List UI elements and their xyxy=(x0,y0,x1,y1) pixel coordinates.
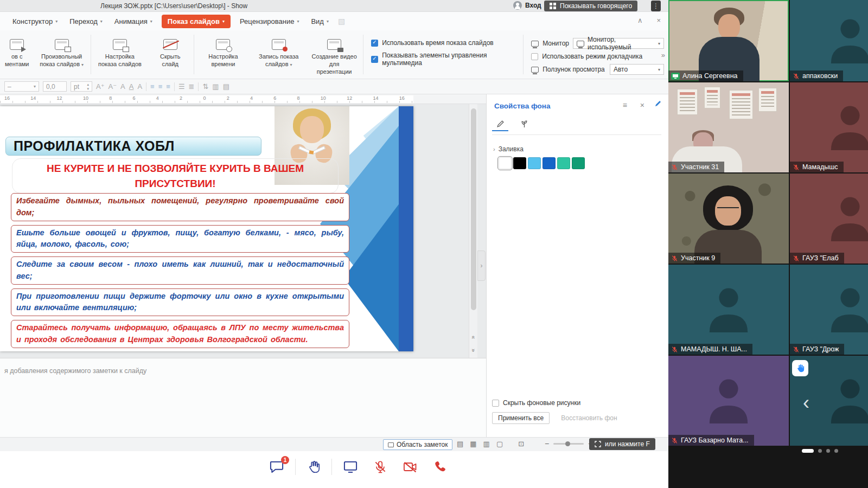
zoom-knob[interactable] xyxy=(565,441,570,446)
monitor-icon xyxy=(531,41,539,47)
slideshow-view-icon[interactable]: ⊡ xyxy=(518,440,524,448)
align-center-icon[interactable]: ≡ xyxy=(158,82,163,91)
notes-area[interactable]: я добавления содержимого заметки к слайд… xyxy=(0,358,486,437)
participant-avatar[interactable] xyxy=(790,356,868,446)
text-direction-icon[interactable]: ▤ xyxy=(223,82,229,91)
custom-slideshow-button[interactable]: Произвольный показ слайдов ▾ xyxy=(34,30,90,79)
record-slideshow-button[interactable]: Запись показа слайдов ▾ xyxy=(251,30,307,79)
vertical-scrollbar[interactable]: « » xyxy=(469,104,477,358)
hide-slide-button[interactable]: Скрыть слайд xyxy=(148,30,193,79)
previous-slide-button[interactable]: « xyxy=(469,332,478,343)
panel-menu-icon[interactable]: ≡ xyxy=(623,101,627,110)
setup-slideshow-button[interactable]: Настройка показа слайдов xyxy=(92,30,148,79)
outline-view-icon[interactable]: ▢ xyxy=(496,440,503,448)
page-dot-active[interactable] xyxy=(802,449,814,453)
monitor-select[interactable]: Монитор, используемый▾ xyxy=(573,38,664,49)
leave-call-button[interactable] xyxy=(433,460,447,474)
slideshow-from-button[interactable]: ов с ментами xyxy=(0,30,34,79)
collapse-ribbon-icon[interactable]: ∧ xyxy=(637,16,643,24)
participant-avatar[interactable]: ГАУЗ "Елаб xyxy=(790,174,868,264)
grow-font-icon[interactable]: A⁺ xyxy=(96,82,105,91)
page-dot[interactable] xyxy=(834,449,838,453)
tab-view[interactable]: Вид▾ xyxy=(305,15,335,28)
account-avatar-icon[interactable] xyxy=(513,1,522,10)
page-dot[interactable] xyxy=(818,449,822,453)
fill-section-header[interactable]: ›Заливка xyxy=(493,145,524,153)
align-right-icon[interactable]: ≡ xyxy=(166,82,170,91)
fill-swatch[interactable] xyxy=(499,157,512,169)
preview-mode-select[interactable]: Авто▾ xyxy=(610,64,664,75)
participant-avatar[interactable]: ГАУЗ "Дрож xyxy=(790,265,868,355)
slide[interactable]: ПРОФИЛАКТИКА ХОБЛ НЕ КУРИТЕ И НЕ ПОЗВОЛЯ… xyxy=(0,106,413,351)
fill-swatch[interactable] xyxy=(513,157,526,169)
microphone-muted-button[interactable] xyxy=(373,460,387,474)
participant-avatar[interactable]: ГАУЗ Базарно Мата... xyxy=(668,356,789,446)
participant-video[interactable]: Алина Сергеевна xyxy=(668,0,789,81)
workspace: 1614121086420246810121416 ПРОФИЛАКТИКА Х… xyxy=(0,94,668,437)
columns-icon[interactable]: ▥ xyxy=(212,82,219,91)
tab-slideshow[interactable]: Показ слайдов▾ xyxy=(162,15,231,28)
login-button[interactable]: Вход xyxy=(525,2,541,9)
close-document-icon[interactable]: × xyxy=(656,16,661,24)
raise-hand-button[interactable] xyxy=(307,460,321,474)
panel-close-icon[interactable]: × xyxy=(640,101,644,110)
slide-sorter-icon[interactable]: ▦ xyxy=(470,440,476,448)
font-unit-stepper[interactable]: pt▴▾ xyxy=(71,81,92,92)
clear-format-icon[interactable]: A xyxy=(120,82,125,91)
restore-background-button[interactable]: Восстановить фон xyxy=(555,412,623,424)
tab-design[interactable]: Конструктор▾ xyxy=(7,15,63,28)
notes-area-button[interactable]: Область заметок xyxy=(383,439,452,450)
rehearse-timings-button[interactable]: Настройка времени xyxy=(195,30,251,79)
shrink-font-icon[interactable]: A⁻ xyxy=(108,82,117,91)
panel-edit-icon[interactable] xyxy=(654,100,662,110)
apply-all-button[interactable]: Применить все xyxy=(492,412,550,424)
camera-off-button[interactable] xyxy=(403,460,418,474)
font-color-icon[interactable]: A xyxy=(129,82,134,91)
use-timings-checkbox[interactable]: Использовать время показа слайдов xyxy=(371,39,515,47)
bullet-list-icon[interactable]: ☰ xyxy=(178,82,185,91)
fill-swatch[interactable] xyxy=(542,157,556,169)
reading-view-icon[interactable]: ▥ xyxy=(483,440,490,448)
participant-video[interactable]: Участник 9 xyxy=(668,174,789,264)
previous-page-chevron[interactable]: ‹ xyxy=(803,391,809,414)
participant-video[interactable]: Участник 31 xyxy=(668,82,789,172)
tab-fill[interactable] xyxy=(492,117,508,131)
slide-text-box: При приготовлении пищи держите форточку … xyxy=(11,288,349,317)
fill-swatch[interactable] xyxy=(557,157,570,169)
font-size-input[interactable]: 0,0 xyxy=(43,81,67,92)
zoom-out-icon[interactable]: − xyxy=(545,439,549,448)
line-spacing-icon[interactable]: ⇅ xyxy=(202,82,208,91)
highlight-color-icon[interactable]: A xyxy=(137,82,142,91)
create-video-button[interactable]: Создание видео для презентации xyxy=(307,30,362,79)
tab-transitions[interactable]: Переход▾ xyxy=(63,15,108,28)
participant-avatar[interactable]: аппаковски xyxy=(790,0,868,81)
align-left-icon[interactable]: ≡ xyxy=(150,82,155,91)
tab-review[interactable]: Рецензирование▾ xyxy=(234,15,305,28)
zoom-slider[interactable] xyxy=(553,443,584,445)
page-dot[interactable] xyxy=(826,449,830,453)
rehearse-timings-icon xyxy=(216,39,230,50)
show-media-controls-checkbox[interactable]: Показывать элементы управления мультимед… xyxy=(371,52,515,67)
font-name-select[interactable]: –▾ xyxy=(4,81,39,92)
speaker-view-toolbar[interactable]: Показывать говорящего xyxy=(544,1,637,11)
next-slide-button[interactable]: » xyxy=(469,345,478,356)
slide-canvas[interactable]: ПРОФИЛАКТИКА ХОБЛ НЕ КУРИТЕ И НЕ ПОЗВОЛЯ… xyxy=(0,104,486,358)
ribbon-expand-icon[interactable]: » xyxy=(661,51,665,59)
numbered-list-icon[interactable]: ≣ xyxy=(189,82,195,91)
participant-avatar[interactable]: Мамадышс xyxy=(790,82,868,172)
panel-collapse-button[interactable]: › xyxy=(477,251,486,281)
tab-effects[interactable] xyxy=(516,117,532,131)
normal-view-icon[interactable]: ▤ xyxy=(457,440,463,448)
fill-swatch[interactable] xyxy=(572,157,585,169)
tab-animations[interactable]: Анимация▾ xyxy=(108,15,158,28)
more-options-icon[interactable]: ⋮ xyxy=(651,1,661,11)
scrollbar-thumb[interactable] xyxy=(471,108,476,310)
page-indicator-dots[interactable] xyxy=(802,449,838,453)
hide-background-checkbox[interactable]: Скрыть фоновые рисунки xyxy=(492,399,663,407)
chat-button[interactable]: 1 xyxy=(269,460,284,474)
share-screen-button[interactable] xyxy=(343,460,358,474)
presenter-mode-checkbox[interactable]: Использовать режим докладчика xyxy=(531,53,664,60)
fill-swatch[interactable] xyxy=(528,157,541,169)
participant-avatar[interactable]: МАМАДЫШ. Н. ША... xyxy=(668,265,789,355)
play-slide-icon xyxy=(10,39,24,50)
